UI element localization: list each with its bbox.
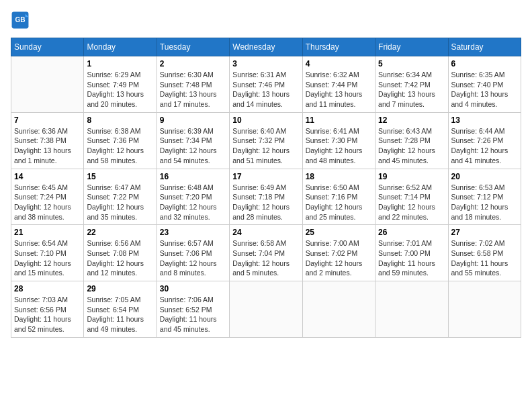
cell-info: Sunrise: 6:30 AM Sunset: 7:48 PM Dayligh… [160,70,226,109]
cell-info: Sunrise: 6:45 AM Sunset: 7:24 PM Dayligh… [14,183,81,222]
day-number: 20 [451,172,518,181]
cell-info: Sunrise: 6:38 AM Sunset: 7:36 PM Dayligh… [87,126,153,166]
cell-info: Sunrise: 6:34 AM Sunset: 7:42 PM Dayligh… [378,70,445,109]
calendar-cell: 9 Sunrise: 6:39 AM Sunset: 7:34 PM Dayli… [157,112,229,169]
calendar-cell: 7 Sunrise: 6:36 AM Sunset: 7:38 PM Dayli… [11,112,84,169]
day-number: 15 [87,172,153,181]
calendar-cell [375,281,448,338]
day-number: 27 [451,228,518,237]
calendar-week-row: 28 Sunrise: 7:03 AM Sunset: 6:56 PM Dayl… [11,281,521,338]
calendar-cell: 3 Sunrise: 6:31 AM Sunset: 7:46 PM Dayli… [230,56,302,113]
page-header: GB [11,11,521,30]
calendar-cell: 30 Sunrise: 7:06 AM Sunset: 6:52 PM Dayl… [157,281,229,338]
calendar-table: SundayMondayTuesdayWednesdayThursdayFrid… [11,38,521,338]
day-number: 4 [306,59,372,68]
day-number: 11 [306,116,372,125]
cell-info: Sunrise: 6:39 AM Sunset: 7:34 PM Dayligh… [160,126,226,166]
calendar-cell: 20 Sunrise: 6:53 AM Sunset: 7:12 PM Dayl… [448,169,521,225]
calendar-cell [448,281,521,338]
calendar-week-row: 1 Sunrise: 6:29 AM Sunset: 7:49 PM Dayli… [11,56,521,113]
calendar-week-row: 21 Sunrise: 6:54 AM Sunset: 7:10 PM Dayl… [11,225,521,281]
logo: GB [11,11,32,30]
cell-info: Sunrise: 6:56 AM Sunset: 7:08 PM Dayligh… [87,238,153,278]
svg-text:GB: GB [15,16,25,24]
day-number: 9 [160,116,226,125]
calendar-cell: 26 Sunrise: 7:01 AM Sunset: 7:00 PM Dayl… [375,225,448,281]
day-number: 24 [232,228,299,237]
calendar-cell: 28 Sunrise: 7:03 AM Sunset: 6:56 PM Dayl… [11,281,84,338]
cell-info: Sunrise: 6:50 AM Sunset: 7:16 PM Dayligh… [306,183,372,222]
weekday-header: Tuesday [157,38,229,56]
cell-info: Sunrise: 6:48 AM Sunset: 7:20 PM Dayligh… [160,183,226,222]
weekday-header: Wednesday [230,38,302,56]
day-number: 14 [14,172,81,181]
calendar-cell: 23 Sunrise: 6:57 AM Sunset: 7:06 PM Dayl… [157,225,229,281]
logo-icon: GB [11,11,30,30]
calendar-cell: 10 Sunrise: 6:40 AM Sunset: 7:32 PM Dayl… [230,112,302,169]
day-number: 1 [87,59,153,68]
day-number: 16 [160,172,226,181]
cell-info: Sunrise: 7:05 AM Sunset: 6:54 PM Dayligh… [87,295,153,334]
day-number: 30 [160,284,226,293]
day-number: 2 [160,59,226,68]
weekday-header: Thursday [302,38,375,56]
calendar-cell: 25 Sunrise: 7:00 AM Sunset: 7:02 PM Dayl… [302,225,375,281]
cell-info: Sunrise: 6:41 AM Sunset: 7:30 PM Dayligh… [306,126,372,166]
cell-info: Sunrise: 6:44 AM Sunset: 7:26 PM Dayligh… [451,126,518,166]
calendar-cell: 22 Sunrise: 6:56 AM Sunset: 7:08 PM Dayl… [84,225,157,281]
calendar-cell: 4 Sunrise: 6:32 AM Sunset: 7:44 PM Dayli… [302,56,375,113]
calendar-cell: 14 Sunrise: 6:45 AM Sunset: 7:24 PM Dayl… [11,169,84,225]
cell-info: Sunrise: 6:36 AM Sunset: 7:38 PM Dayligh… [14,126,81,166]
cell-info: Sunrise: 6:32 AM Sunset: 7:44 PM Dayligh… [306,70,372,109]
calendar-week-row: 7 Sunrise: 6:36 AM Sunset: 7:38 PM Dayli… [11,112,521,169]
cell-info: Sunrise: 6:49 AM Sunset: 7:18 PM Dayligh… [232,183,299,222]
day-number: 12 [378,116,445,125]
calendar-header: SundayMondayTuesdayWednesdayThursdayFrid… [11,38,521,56]
calendar-cell: 8 Sunrise: 6:38 AM Sunset: 7:36 PM Dayli… [84,112,157,169]
day-number: 21 [14,228,81,237]
day-number: 26 [378,228,445,237]
day-number: 6 [451,59,518,68]
calendar-cell: 5 Sunrise: 6:34 AM Sunset: 7:42 PM Dayli… [375,56,448,113]
day-number: 18 [306,172,372,181]
day-number: 8 [87,116,153,125]
cell-info: Sunrise: 6:31 AM Sunset: 7:46 PM Dayligh… [232,70,299,109]
cell-info: Sunrise: 6:40 AM Sunset: 7:32 PM Dayligh… [232,126,299,166]
day-number: 25 [306,228,372,237]
cell-info: Sunrise: 7:00 AM Sunset: 7:02 PM Dayligh… [306,238,372,278]
cell-info: Sunrise: 7:03 AM Sunset: 6:56 PM Dayligh… [14,295,81,334]
day-number: 29 [87,284,153,293]
day-number: 19 [378,172,445,181]
cell-info: Sunrise: 6:52 AM Sunset: 7:14 PM Dayligh… [378,183,445,222]
day-number: 7 [14,116,81,125]
weekday-header: Sunday [11,38,84,56]
calendar-week-row: 14 Sunrise: 6:45 AM Sunset: 7:24 PM Dayl… [11,169,521,225]
cell-info: Sunrise: 6:58 AM Sunset: 7:04 PM Dayligh… [232,238,299,278]
day-number: 17 [232,172,299,181]
cell-info: Sunrise: 6:35 AM Sunset: 7:40 PM Dayligh… [451,70,518,109]
day-number: 23 [160,228,226,237]
calendar-cell: 24 Sunrise: 6:58 AM Sunset: 7:04 PM Dayl… [230,225,302,281]
calendar-cell: 11 Sunrise: 6:41 AM Sunset: 7:30 PM Dayl… [302,112,375,169]
calendar-cell: 6 Sunrise: 6:35 AM Sunset: 7:40 PM Dayli… [448,56,521,113]
calendar-cell: 18 Sunrise: 6:50 AM Sunset: 7:16 PM Dayl… [302,169,375,225]
calendar-cell: 29 Sunrise: 7:05 AM Sunset: 6:54 PM Dayl… [84,281,157,338]
day-number: 22 [87,228,153,237]
calendar-cell: 2 Sunrise: 6:30 AM Sunset: 7:48 PM Dayli… [157,56,229,113]
calendar-cell [302,281,375,338]
cell-info: Sunrise: 6:53 AM Sunset: 7:12 PM Dayligh… [451,183,518,222]
calendar-cell: 27 Sunrise: 7:02 AM Sunset: 6:58 PM Dayl… [448,225,521,281]
calendar-cell: 1 Sunrise: 6:29 AM Sunset: 7:49 PM Dayli… [84,56,157,113]
weekday-header: Saturday [448,38,521,56]
day-number: 28 [14,284,81,293]
cell-info: Sunrise: 6:57 AM Sunset: 7:06 PM Dayligh… [160,238,226,278]
cell-info: Sunrise: 7:02 AM Sunset: 6:58 PM Dayligh… [451,238,518,278]
calendar-cell: 12 Sunrise: 6:43 AM Sunset: 7:28 PM Dayl… [375,112,448,169]
cell-info: Sunrise: 6:29 AM Sunset: 7:49 PM Dayligh… [87,70,153,109]
calendar-cell: 13 Sunrise: 6:44 AM Sunset: 7:26 PM Dayl… [448,112,521,169]
cell-info: Sunrise: 6:54 AM Sunset: 7:10 PM Dayligh… [14,238,81,278]
cell-info: Sunrise: 6:43 AM Sunset: 7:28 PM Dayligh… [378,126,445,166]
calendar-cell [230,281,302,338]
calendar-cell: 15 Sunrise: 6:47 AM Sunset: 7:22 PM Dayl… [84,169,157,225]
cell-info: Sunrise: 7:01 AM Sunset: 7:00 PM Dayligh… [378,238,445,278]
